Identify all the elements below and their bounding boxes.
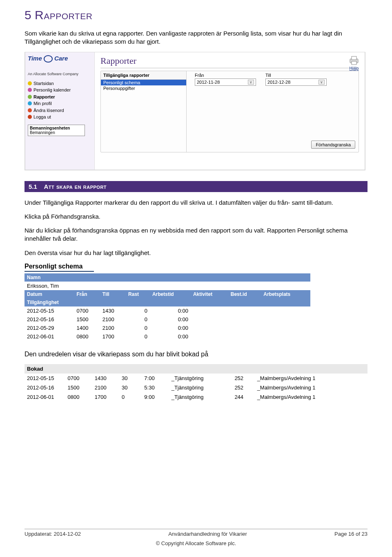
heading-number: 5 — [24, 8, 31, 22]
report-item-label: Personuppgifter — [103, 86, 135, 91]
sidebar-item-label: Personlig kalender — [33, 87, 71, 94]
report-item-personuppgifter[interactable]: Personuppgifter — [101, 85, 186, 91]
sidebar-item-label: Ändra lösenord — [33, 107, 64, 114]
table-cell — [261, 306, 310, 315]
screenshot-timecare-rapporter: Time Care An Allocate Software Company S… — [24, 52, 365, 170]
para-3: När du klickar på förhandsgranska öppnas… — [24, 226, 368, 243]
table-cell: 244 — [232, 392, 254, 402]
table-cell: 1430 — [100, 306, 126, 315]
schema-table: Namn Eriksson, Tim Datum Från Till Rast … — [24, 273, 310, 341]
table-cell: 0800 — [74, 332, 100, 341]
main-panel: Hjälp Rapporter Tillgängliga rapporter P… — [95, 52, 365, 170]
help-label: Hjälp — [350, 66, 359, 71]
table-cell — [191, 324, 228, 332]
table-cell: 2012-05-15 — [24, 306, 74, 315]
timecare-logo: Time Care — [28, 55, 77, 69]
para-1: Under Tillgängliga Rapporter markerar du… — [24, 199, 368, 207]
section-title: Att skapa en rapport — [44, 183, 107, 190]
dot-icon — [28, 101, 32, 105]
from-date-input[interactable]: 2012-11-28 ∨ — [195, 78, 256, 86]
table-cell — [261, 315, 310, 324]
col-arbetstid: Arbetstid — [150, 290, 191, 298]
name-cell: Eriksson, Tim — [24, 282, 310, 290]
table-cell: 2012-06-01 — [24, 392, 65, 402]
table1-title: Personligt schema — [24, 263, 310, 271]
preview-button[interactable]: Förhandsgranska — [311, 141, 355, 149]
dot-icon — [28, 81, 32, 85]
sidebar-item-andra-losenord[interactable]: Ändra lösenord — [28, 107, 92, 114]
table-row: Tillgänglighet — [24, 298, 310, 306]
table-cell: 0:00 — [150, 306, 191, 315]
screenshot-bokad-table: Bokad 2012-05-1507001430307:00_Tjänstgör… — [24, 364, 368, 402]
table-row: 2012-05-161500210000:00 — [24, 315, 310, 324]
table-cell: 2012-05-29 — [24, 324, 74, 332]
bokad-header: Bokad — [24, 364, 368, 374]
table-cell: 0 — [126, 332, 150, 341]
chevron-down-icon[interactable]: ∨ — [248, 80, 254, 85]
bokad-table: Bokad 2012-05-1507001430307:00_Tjänstgör… — [24, 364, 368, 402]
table-cell: 7:00 — [142, 374, 169, 383]
dot-icon — [28, 95, 32, 99]
col-arbetsplats: Arbetsplats — [261, 290, 310, 298]
sidebar-item-rapporter[interactable]: Rapporter — [28, 94, 92, 101]
table-cell: _Malmbergs/Avdelning 1 — [255, 392, 368, 402]
table-cell: 252 — [232, 374, 254, 383]
table-row: 2012-06-010800170009:00_Tjänstgöring244_… — [24, 392, 368, 402]
col-rast: Rast — [126, 290, 150, 298]
from-label: Från — [195, 73, 204, 78]
report-item-personligt-schema[interactable]: Personligt schema — [101, 80, 186, 85]
table-row: Datum Från Till Rast Arbetstid Aktivitet… — [24, 290, 310, 298]
intro-paragraph: Som vikarie kan du skriva ut egna rappor… — [24, 29, 368, 46]
dot-icon — [28, 88, 32, 92]
footer-divider — [24, 529, 368, 529]
report-list-pane: Tillgängliga rapporter Personligt schema… — [101, 71, 187, 152]
sidebar: Time Care An Allocate Software Company S… — [25, 52, 95, 170]
table-cell: 0:00 — [150, 315, 191, 324]
table-cell: 0 — [119, 392, 142, 402]
printer-icon — [347, 55, 361, 66]
chevron-down-icon[interactable]: ∨ — [318, 80, 325, 85]
table-cell — [228, 315, 261, 324]
sidebar-item-logga-ut[interactable]: Logga ut — [28, 114, 92, 121]
unit-sub: Bemanningen — [30, 130, 83, 135]
table-cell: 0700 — [74, 306, 100, 315]
table-cell — [228, 332, 261, 341]
help-link[interactable]: Hjälp — [347, 55, 361, 71]
sidebar-item-min-profil[interactable]: Min profil — [28, 100, 92, 107]
logo-subtitle: An Allocate Software Company — [28, 72, 92, 76]
para-4: Den översta visar hur du har lagt tillgä… — [24, 249, 368, 257]
table-cell — [228, 324, 261, 332]
sidebar-item-label: Logga ut — [33, 114, 51, 121]
table-row: 2012-05-291400210000:00 — [24, 324, 310, 332]
sidebar-item-personlig-kalender[interactable]: Personlig kalender — [28, 87, 92, 94]
sidebar-unit-box[interactable]: Bemanningsenheten Bemanningen — [28, 125, 85, 136]
table-cell: 1430 — [92, 374, 119, 383]
screenshot-personligt-schema-table: Personligt schema Namn Eriksson, Tim Dat… — [24, 263, 310, 341]
table-cell: 0 — [126, 315, 150, 324]
logo-text-time: Time — [28, 55, 42, 62]
table-cell — [191, 332, 228, 341]
table-cell: 2012-05-16 — [24, 383, 65, 392]
table-cell: 1700 — [100, 332, 126, 341]
table-row: Bokad — [24, 364, 368, 374]
table-row: Eriksson, Tim — [24, 282, 310, 290]
page-footer: Uppdaterat: 2014-12-02 Användarhandledni… — [24, 529, 368, 546]
table-cell: _Malmbergs/Avdelning 1 — [255, 383, 368, 392]
svg-rect-2 — [352, 56, 356, 60]
report-panel: Tillgängliga rapporter Personligt schema… — [100, 71, 359, 152]
footer-copyright: © Copyright Allocate Software plc. — [24, 540, 368, 546]
till-date-input[interactable]: 2012-12-28 ∨ — [265, 78, 327, 86]
col-fran: Från — [74, 290, 100, 298]
footer-page: Page 16 of 23 — [334, 531, 368, 537]
table-cell: 0 — [126, 324, 150, 332]
table-cell: 30 — [119, 383, 142, 392]
logo-oval-icon — [43, 55, 53, 64]
col-datum: Datum — [24, 290, 74, 298]
table-cell: 2100 — [100, 315, 126, 324]
table-cell — [261, 332, 310, 341]
title-divider — [100, 68, 359, 68]
table-row: Namn — [24, 273, 310, 282]
report-list-header: Tillgängliga rapporter — [101, 71, 186, 80]
sidebar-item-startsidan[interactable]: Startsidan — [28, 80, 92, 87]
heading-title: Rapporter — [35, 8, 92, 22]
